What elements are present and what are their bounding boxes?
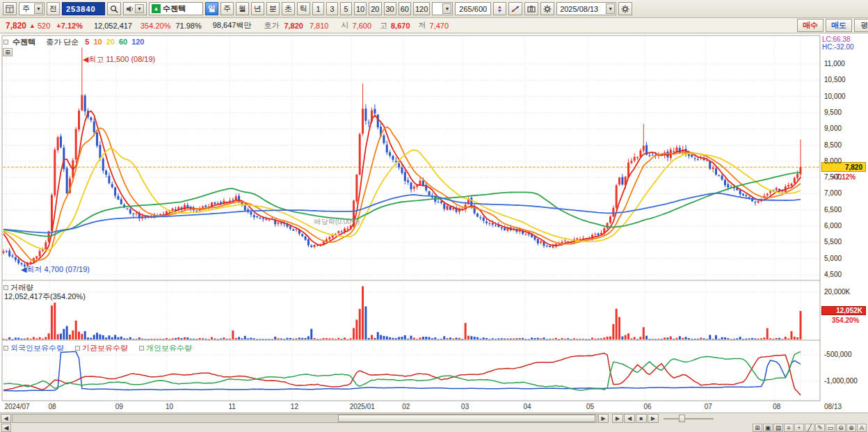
window-menu-icon[interactable] (3, 2, 17, 15)
capture-button[interactable] (524, 2, 538, 15)
holders-axis-label-1: -500,000 (824, 351, 851, 358)
legend-square-icon (139, 346, 144, 351)
sound-alert-button[interactable]: ▼ (123, 2, 147, 15)
scroll-left-button[interactable]: ◀ (1, 414, 11, 423)
chevron-down-icon[interactable]: ▼ (442, 3, 451, 14)
crosshair-icon[interactable]: + (794, 424, 804, 432)
eraser-icon[interactable]: ▭ (826, 424, 835, 432)
rewind-button[interactable]: ◀ (624, 414, 635, 423)
ma-legend-label: 종가 단순 (46, 38, 79, 46)
y-axis-label: 6,000 (824, 222, 842, 230)
swap-icon (496, 5, 504, 13)
period-button-월[interactable]: 월 (236, 2, 249, 15)
current-price: 7,820 (6, 21, 26, 31)
search-button[interactable] (107, 2, 121, 15)
date-picker[interactable]: 2025/08/13▼ (556, 2, 616, 15)
period-button-주[interactable]: 주 (220, 2, 234, 15)
period-button-일[interactable]: 일 (205, 2, 218, 15)
scroll-right-button[interactable]: ▶ (598, 414, 609, 423)
stop-button[interactable]: ■ (636, 414, 647, 423)
interval-button-1[interactable]: 1 (312, 2, 324, 15)
individual-holdings-legend: 개인보유수량 (139, 344, 192, 352)
chevron-down-icon[interactable]: ▼ (34, 3, 43, 14)
order-buttons: 매수 매도 평 (797, 19, 868, 32)
holders-legend: 외국인보유수량기관보유수량개인보유수량 (3, 343, 203, 353)
ma-period-label-60: 60 (119, 38, 127, 46)
legend-square-icon (3, 40, 8, 45)
buy-button[interactable]: 매수 (797, 19, 823, 32)
asset-type-dropdown[interactable]: 주▼ (19, 2, 45, 15)
legend-square-icon (75, 346, 80, 351)
high-price: 8,670 (391, 22, 410, 30)
split-view-icon[interactable]: ▤ (773, 424, 783, 432)
interval-button-20[interactable]: 20 (369, 2, 381, 15)
chart-canvas[interactable] (0, 33, 868, 413)
low-label: 저 (419, 20, 426, 31)
forward-button[interactable]: ▶ (648, 414, 659, 423)
hoga-label: 호가 (264, 20, 279, 31)
settings-button[interactable] (618, 2, 632, 15)
trendline-icon[interactable]: ╱ (805, 424, 814, 432)
low-annotation: ◀최저 4,700 (07/19) (21, 264, 90, 275)
x-axis-label: 2024/07 (4, 403, 29, 410)
up-arrow-icon: ▲ (29, 22, 35, 29)
foreign-holdings-legend: 외국인보유수량 (3, 344, 64, 352)
trendline-tool-button[interactable] (508, 2, 522, 15)
volume-ratio: 354.20% (140, 22, 170, 30)
interval-button-3[interactable]: 3 (326, 2, 338, 15)
interval-button-30[interactable]: 30 (384, 2, 396, 15)
speed-slider[interactable] (664, 414, 714, 423)
y-axis-label: 10,000 (824, 93, 846, 100)
window-icon[interactable]: ▣ (763, 424, 773, 432)
play-button[interactable]: ▶ (612, 414, 623, 423)
interval-button-60[interactable]: 60 (399, 2, 411, 15)
period-button-초[interactable]: 초 (282, 2, 295, 15)
bottom-icon-row: ◀ ⊞▣▤≡+╱✎▭⊖⊕A (0, 423, 868, 432)
chart-style-dropdown[interactable]: ▼ (432, 2, 453, 15)
stock-code-input[interactable]: 253840 (62, 2, 105, 15)
change-percent: +7.12% (56, 22, 83, 30)
search-icon (110, 5, 118, 13)
sell-button[interactable]: 매도 (826, 19, 852, 32)
period-button-틱[interactable]: 틱 (297, 2, 310, 15)
holders-axis-label-2: -1,000,000 (824, 377, 858, 385)
slider-knob[interactable] (679, 415, 685, 422)
interval-button-10[interactable]: 10 (354, 2, 367, 15)
y-axis-label: 9,500 (824, 109, 842, 116)
tools-button[interactable] (540, 2, 554, 15)
y-axis-label: 10,500 (824, 76, 846, 83)
zoom-out-icon[interactable]: ⊖ (836, 424, 846, 432)
interval-button-120[interactable]: 120 (413, 2, 430, 15)
period-button-분[interactable]: 분 (266, 2, 280, 15)
x-axis-label: 04 (523, 403, 531, 410)
x-axis-label: 05 (586, 403, 594, 410)
open-price: 7,600 (352, 22, 371, 30)
x-axis-label: 08 (48, 403, 56, 410)
avg-button[interactable]: 평 (854, 19, 868, 32)
x-axis-label: 03 (461, 403, 469, 410)
zoom-in-icon[interactable]: ⊕ (846, 424, 856, 432)
main-toolbar: 주▼ 전 253840 ▼ ▲수젠텍 일주월년분초틱 1351020306012… (0, 0, 868, 18)
horizontal-scrollbar[interactable] (12, 414, 597, 423)
bottom-scrollbar-row: ◀ ▶ ▶◀■▶ (0, 413, 868, 423)
ask-price: 7,820 (284, 22, 303, 30)
ma-period-label-20: 20 (106, 38, 115, 46)
y-axis-label: 8,000 (824, 157, 842, 165)
period-button-년[interactable]: 년 (251, 2, 264, 15)
font-size-icon[interactable]: A (857, 424, 867, 432)
pencil-icon[interactable]: ✎ (815, 424, 825, 432)
interval-button-5[interactable]: 5 (340, 2, 352, 15)
grid-icon[interactable]: ⊞ (753, 424, 762, 432)
collapse-button[interactable]: ◀ (1, 424, 11, 432)
jeon-button[interactable]: 전 (47, 2, 60, 15)
chevron-down-icon[interactable]: ▼ (606, 3, 615, 14)
indicator-settings-icon[interactable]: ⊞ (3, 48, 13, 56)
swap-arrows-button[interactable] (493, 2, 506, 15)
volume-badge-percent: 354.20% (832, 317, 859, 324)
y-axis-label: 11,000 (824, 60, 845, 67)
chevron-down-icon[interactable]: ▼ (135, 4, 144, 13)
x-axis-label: 12 (291, 403, 298, 410)
y-axis-label: 5,000 (824, 255, 842, 262)
list-icon[interactable]: ≡ (784, 424, 794, 432)
scrollbar-thumb[interactable] (338, 415, 595, 422)
